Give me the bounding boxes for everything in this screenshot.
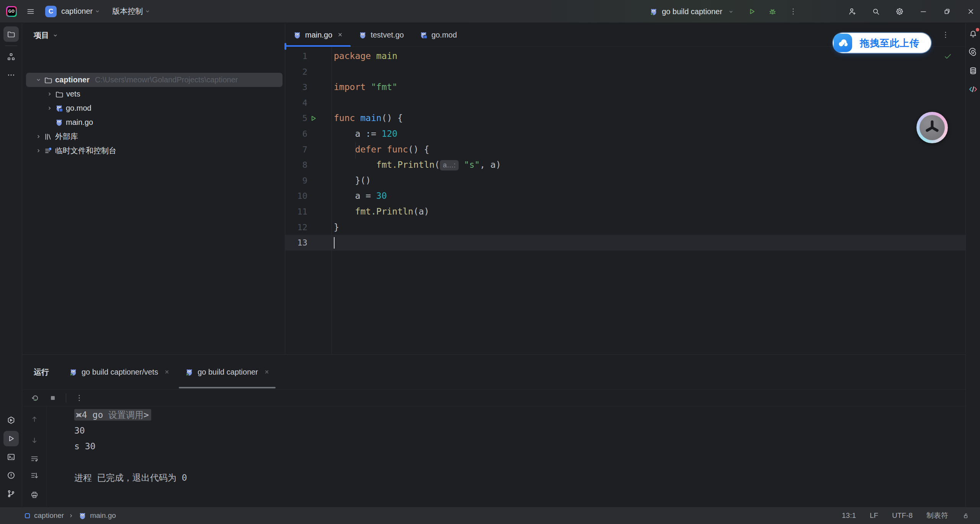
tree-row-外部库[interactable]: 外部库 [22,129,285,144]
code-with-me-icon[interactable] [848,7,857,16]
line-number[interactable]: 12 [285,219,307,235]
status-widget-13:1[interactable]: 13:1 [842,511,856,520]
close-button[interactable] [966,7,975,16]
breadcrumb-item-captioner[interactable]: captioner [24,511,64,520]
line-number[interactable]: 13 [285,235,307,251]
toolwindow-button-database[interactable] [965,63,980,79]
folded-command[interactable]: <4 go 设置调用> [74,409,151,421]
run-button[interactable] [747,7,756,16]
code-text: a := 120 [334,126,397,142]
line-number[interactable]: 9 [285,173,307,188]
rerun-button[interactable] [31,393,40,403]
git-icon [7,489,16,498]
chevron-right-icon[interactable] [46,91,53,97]
project-widget[interactable]: captioner [61,7,93,16]
main-menu-icon[interactable] [26,7,35,16]
tab-close-icon[interactable] [264,368,270,377]
chevron-right-icon[interactable] [35,133,42,140]
line-number[interactable]: 5 [285,110,307,126]
tree-row-captioner[interactable]: captionerC:\Users\meowr\GolandProjects\c… [22,73,285,87]
code-text: }() [334,173,371,188]
run-tab-go build captioner/vets[interactable]: go build captioner/vets [61,355,177,389]
status-widget-LF[interactable]: LF [870,511,878,520]
restore-button[interactable] [942,7,952,16]
status-lock-widget[interactable] [962,512,969,519]
line-number[interactable]: 1 [285,48,307,64]
run-tab-go build captioner[interactable]: go build captioner [177,355,277,389]
run-config-name[interactable]: go build captioner [662,7,722,16]
chevron-down-icon[interactable] [35,77,42,83]
vcs-widget[interactable]: 版本控制 [112,6,143,16]
code-line-5[interactable]: 5func main() { [285,110,965,126]
upload-overlay-button[interactable]: 拖拽至此上传 [833,33,931,53]
toolwindow-button-structure[interactable] [3,49,19,64]
stop-button[interactable] [48,393,57,403]
breadcrumb-item-main.go[interactable]: main.go [78,511,116,520]
line-number[interactable]: 2 [285,64,307,80]
code-line-6[interactable]: 6 a := 120 [285,126,965,142]
toolwindow-button-services[interactable] [3,413,19,428]
chevron-right-icon[interactable] [35,147,42,154]
more-h-icon [7,70,16,80]
editor-tab-testvet.go[interactable]: testvet.go [351,23,412,46]
search-everywhere-icon[interactable] [871,7,880,16]
soft-wrap-icon[interactable] [30,454,39,463]
line-number[interactable]: 8 [285,157,307,173]
toolwindow-button-folder[interactable] [3,26,19,42]
line-number[interactable]: 11 [285,204,307,219]
editor-tab-go.mod[interactable]: go.mod [412,23,465,46]
code-line-11[interactable]: 11 fmt.Println(a) [285,204,965,219]
line-number[interactable]: 3 [285,79,307,95]
code-line-9[interactable]: 9 }() [285,173,965,188]
status-widget-UTF-8[interactable]: UTF-8 [892,511,913,520]
gutter-run-icon[interactable] [310,114,317,124]
toolwindow-button-code-tag[interactable] [965,82,980,97]
console-output[interactable]: ><4 go 设置调用>30s 30进程 已完成，退出代码为 0 [47,407,965,507]
arrow-up-icon[interactable] [30,414,39,424]
code-line-2[interactable]: 2 [285,64,965,80]
line-number[interactable]: 7 [285,142,307,157]
code-line-12[interactable]: 12} [285,219,965,235]
toolwindow-button-ai[interactable] [965,45,980,60]
settings-gear-icon[interactable] [895,7,904,16]
tab-close-icon[interactable] [337,31,343,39]
code-line-13[interactable]: 13 [285,235,965,251]
project-panel-header[interactable]: 项目 [22,23,285,47]
more-run-options-icon[interactable] [789,7,798,16]
toolwindow-button-bell[interactable] [965,26,980,42]
code-text: } [334,219,339,235]
toolwindow-button-git[interactable] [3,486,19,501]
line-number[interactable]: 10 [285,188,307,204]
toolwindow-button-more-h[interactable] [3,67,19,83]
code-line-3[interactable]: 3import "fmt" [285,79,965,95]
code-line-4[interactable]: 4 [285,95,965,111]
line-number[interactable]: 4 [285,95,307,111]
assistant-floating-badge[interactable] [916,112,948,143]
code-line-10[interactable]: 10 a = 30 [285,188,965,204]
tab-label: testvet.go [371,31,404,39]
print-icon[interactable] [30,490,39,499]
tree-row-vets[interactable]: vets [22,87,285,101]
toolwindow-button-problems[interactable] [3,468,19,483]
code-line-8[interactable]: 8 fmt.Println(a…: "s", a) [285,157,965,173]
tab-close-icon[interactable] [164,368,170,377]
chevron-down-icon[interactable] [728,8,734,15]
line-number[interactable]: 6 [285,126,307,142]
project-avatar[interactable]: C [45,6,57,17]
more-console-options-icon[interactable] [75,393,84,403]
minimize-button[interactable] [919,7,928,16]
tree-row-临时文件和控制台[interactable]: 临时文件和控制台 [22,144,285,158]
code-editor[interactable]: 1package main23import "fmt"45func main()… [285,47,965,354]
tree-row-go.mod[interactable]: go.mod [22,101,285,115]
scroll-end-icon[interactable] [30,471,39,480]
editor-tab-main.go[interactable]: main.go [285,23,351,46]
toolwindow-button-terminal[interactable] [3,449,19,465]
chevron-right-icon[interactable] [46,105,53,111]
toolwindow-button-play[interactable] [3,431,19,446]
arrow-down-icon[interactable] [30,436,39,445]
tree-row-main.go[interactable]: main.go [22,115,285,129]
status-widget-制表符[interactable]: 制表符 [926,511,948,521]
code-line-7[interactable]: 7 defer func() { [285,142,965,157]
debug-button[interactable] [768,7,777,16]
editor-options-icon[interactable] [941,30,950,39]
